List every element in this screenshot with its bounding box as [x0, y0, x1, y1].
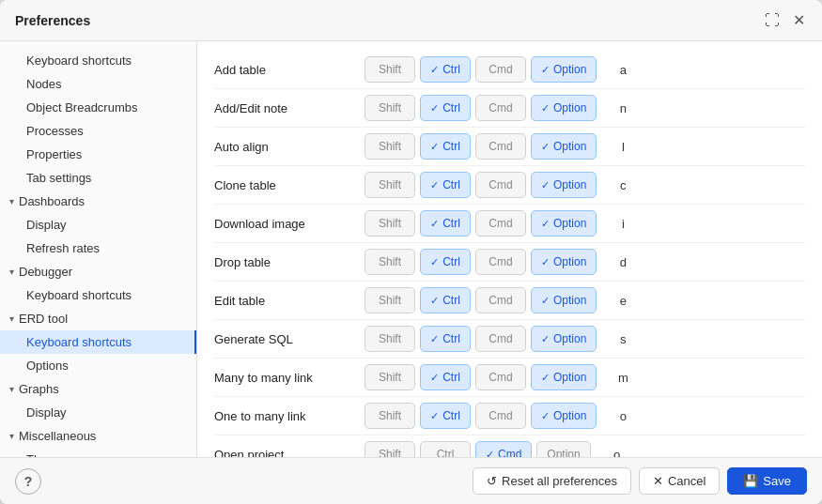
sidebar-item-display[interactable]: Display: [0, 213, 196, 237]
save-icon: 💾: [743, 474, 758, 488]
ctrl-key-button[interactable]: ✓Ctrl: [420, 133, 471, 160]
expand-button[interactable]: ⛶: [761, 9, 783, 31]
cmd-key-button[interactable]: Cmd: [475, 95, 526, 121]
cmd-key-button[interactable]: Cmd: [475, 210, 526, 237]
shortcut-name: Auto align: [214, 140, 364, 154]
sidebar-item-properties[interactable]: Properties: [0, 143, 196, 166]
key-group: Shift✓CtrlCmd✓Optionl: [364, 133, 805, 160]
option-key-button[interactable]: ✓Option: [531, 287, 597, 313]
key-group: Shift✓CtrlCmd✓Options: [364, 326, 805, 352]
close-button[interactable]: ✕: [789, 9, 809, 31]
option-key-button[interactable]: ✓Option: [531, 249, 597, 275]
option-key-button[interactable]: ✓Option: [531, 403, 597, 429]
sidebar-item-nodes[interactable]: Nodes: [0, 72, 196, 96]
sidebar-group-erd-tool[interactable]: ▾ ERD tool: [0, 307, 196, 330]
option-key-button[interactable]: ✓Option: [531, 172, 597, 198]
option-key-button[interactable]: ✓Option: [531, 326, 597, 352]
table-row: Generate SQLShift✓CtrlCmd✓Options: [214, 320, 805, 359]
option-key-button[interactable]: ✓Option: [531, 210, 597, 237]
cmd-key-button[interactable]: ✓Cmd: [475, 441, 532, 457]
dialog-title: Preferences: [15, 13, 90, 28]
check-icon: ✓: [541, 179, 550, 191]
sidebar-group-dashboards[interactable]: ▾ Dashboards: [0, 190, 196, 213]
sidebar-group-graphs[interactable]: ▾ Graphs: [0, 377, 196, 401]
ctrl-key-button[interactable]: ✓Ctrl: [420, 210, 471, 237]
shift-key-button[interactable]: Shift: [364, 364, 415, 390]
sidebar-item-themes[interactable]: Themes: [0, 448, 196, 457]
option-key-button[interactable]: ✓Option: [531, 95, 597, 121]
option-key-button[interactable]: ✓Option: [531, 56, 597, 83]
key-group: Shift✓CtrlCmd✓Optiono: [364, 403, 805, 429]
key-group: Shift✓CtrlCmd✓Optiona: [364, 56, 805, 83]
sidebar-item-keyboard-shortcuts-top[interactable]: Keyboard shortcuts: [0, 49, 196, 72]
shift-key-button[interactable]: Shift: [364, 326, 415, 352]
ctrl-key-button[interactable]: ✓Ctrl: [420, 56, 471, 83]
shift-key-button[interactable]: Shift: [364, 287, 415, 313]
shift-key-button[interactable]: Shift: [364, 133, 415, 160]
option-key-button[interactable]: Option: [536, 441, 590, 457]
chevron-down-icon: ▾: [9, 384, 14, 394]
sidebar-item-refresh-rates[interactable]: Refresh rates: [0, 237, 196, 260]
ctrl-key-button[interactable]: ✓Ctrl: [420, 287, 471, 313]
cmd-key-button[interactable]: Cmd: [475, 287, 526, 313]
sidebar-item-processes[interactable]: Processes: [0, 119, 196, 143]
help-button[interactable]: ?: [15, 468, 41, 495]
ctrl-key-button[interactable]: ✓Ctrl: [420, 403, 471, 429]
cmd-key-button[interactable]: Cmd: [475, 133, 526, 160]
shift-key-button[interactable]: Shift: [364, 56, 415, 83]
shift-key-button[interactable]: Shift: [364, 249, 415, 275]
sidebar-group-debugger[interactable]: ▾ Debugger: [0, 260, 196, 283]
check-icon: ✓: [541, 372, 550, 384]
key-group: Shift✓CtrlCmd✓Optionc: [364, 172, 805, 198]
cmd-key-button[interactable]: Cmd: [475, 364, 526, 390]
shift-key-button[interactable]: Shift: [364, 441, 415, 457]
shortcut-letter: n: [609, 101, 637, 115]
chevron-down-icon: ▾: [9, 267, 14, 277]
shortcut-letter: m: [609, 371, 637, 385]
option-key-button[interactable]: ✓Option: [531, 133, 597, 160]
sidebar-item-erd-options[interactable]: Options: [0, 354, 196, 377]
ctrl-key-button[interactable]: ✓Ctrl: [420, 364, 471, 390]
cmd-key-button[interactable]: Cmd: [475, 249, 526, 275]
ctrl-key-button[interactable]: Ctrl: [420, 441, 471, 457]
check-icon: ✓: [541, 102, 550, 115]
ctrl-key-button[interactable]: ✓Ctrl: [420, 249, 471, 275]
sidebar-item-erd-keyboard-shortcuts[interactable]: Keyboard shortcuts: [0, 330, 196, 354]
check-icon: ✓: [430, 141, 439, 153]
shortcut-letter: a: [609, 63, 637, 77]
shortcuts-table: Add tableShift✓CtrlCmd✓OptionaAdd/Edit n…: [197, 41, 822, 457]
save-label: Save: [763, 474, 791, 488]
cancel-button[interactable]: ✕ Cancel: [639, 467, 720, 495]
sidebar-group-miscellaneous[interactable]: ▾ Miscellaneous: [0, 424, 196, 448]
reset-icon: ↺: [487, 474, 497, 488]
key-group: ShiftCtrl✓CmdOptiono: [364, 441, 805, 457]
check-icon: ✓: [430, 295, 439, 307]
shift-key-button[interactable]: Shift: [364, 210, 415, 237]
check-icon: ✓: [541, 295, 550, 307]
reset-button[interactable]: ↺ Reset all preferences: [473, 467, 631, 495]
cmd-key-button[interactable]: Cmd: [475, 172, 526, 198]
shortcut-letter: l: [609, 140, 637, 154]
sidebar-item-tab-settings[interactable]: Tab settings: [0, 166, 196, 190]
shortcut-letter: o: [603, 448, 631, 458]
shift-key-button[interactable]: Shift: [364, 403, 415, 429]
cmd-key-button[interactable]: Cmd: [475, 56, 526, 83]
save-button[interactable]: 💾 Save: [727, 467, 807, 495]
option-key-button[interactable]: ✓Option: [531, 364, 597, 390]
check-icon: ✓: [541, 64, 550, 76]
shortcut-name: Drop table: [214, 255, 364, 269]
key-group: Shift✓CtrlCmd✓Optionm: [364, 364, 805, 390]
sidebar-item-debugger-keyboard-shortcuts[interactable]: Keyboard shortcuts: [0, 283, 196, 307]
check-icon: ✓: [430, 218, 439, 230]
cmd-key-button[interactable]: Cmd: [475, 326, 526, 352]
shift-key-button[interactable]: Shift: [364, 95, 415, 121]
cmd-key-button[interactable]: Cmd: [475, 403, 526, 429]
sidebar-item-object-breadcrumbs[interactable]: Object Breadcrumbs: [0, 96, 196, 119]
ctrl-key-button[interactable]: ✓Ctrl: [420, 95, 471, 121]
ctrl-key-button[interactable]: ✓Ctrl: [420, 172, 471, 198]
shift-key-button[interactable]: Shift: [364, 172, 415, 198]
ctrl-key-button[interactable]: ✓Ctrl: [420, 326, 471, 352]
cancel-label: Cancel: [668, 474, 706, 488]
sidebar-item-graphs-display[interactable]: Display: [0, 401, 196, 424]
shortcut-name: Add/Edit note: [214, 101, 364, 115]
